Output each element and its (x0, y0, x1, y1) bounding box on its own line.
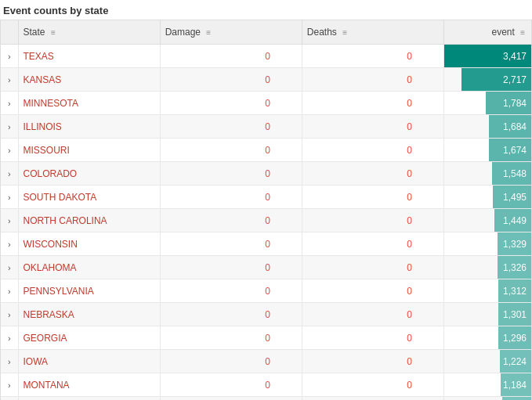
expand-cell[interactable]: › (1, 232, 18, 256)
table-row: › SOUTH DAKOTA 0 0 1,495 (1, 186, 531, 209)
table-row: › PENNSYLVANIA 0 0 1,312 (1, 279, 531, 303)
deaths-cell: 0 (302, 115, 443, 139)
expand-cell[interactable]: › (1, 350, 18, 373)
table-row: › NORTH CAROLINA 0 0 1,449 (1, 209, 531, 232)
event-cell: 2,717 (443, 68, 531, 92)
event-cell: 1,326 (443, 256, 531, 279)
event-cell: 1,495 (443, 186, 531, 209)
widget-title: Event counts by state (0, 0, 532, 20)
damage-cell: 0 (160, 232, 302, 256)
table-row: › OKLAHOMA 0 0 1,326 (1, 256, 531, 279)
event-cell: 1,224 (443, 350, 531, 373)
damage-cell: 0 (160, 186, 302, 209)
expand-cell[interactable]: › (1, 256, 18, 279)
damage-header[interactable]: Damage ≡ (160, 20, 302, 45)
deaths-cell: 0 (302, 68, 443, 92)
expand-cell[interactable]: › (1, 326, 18, 350)
table-row: › COLORADO 0 0 1,548 (1, 162, 531, 186)
damage-cell: 0 (160, 139, 302, 162)
event-cell: 1,449 (443, 209, 531, 232)
state-cell: MONTANA (18, 373, 160, 397)
deaths-header[interactable]: Deaths ≡ (302, 20, 443, 45)
event-cell: 1,329 (443, 232, 531, 256)
state-cell: ILLINOIS (18, 115, 160, 139)
state-cell: NEBRASKA (18, 303, 160, 326)
expand-cell[interactable]: › (1, 397, 18, 401)
expand-cell[interactable]: › (1, 279, 18, 303)
expand-header (1, 20, 18, 45)
expand-cell[interactable]: › (1, 209, 18, 232)
table-row: › MICHIGAN 0 0 1,119 (1, 397, 531, 401)
state-cell: PENNSYLVANIA (18, 279, 160, 303)
state-cell: OKLAHOMA (18, 256, 160, 279)
damage-sort-icon[interactable]: ≡ (206, 28, 211, 37)
table-row: › MINNESOTA 0 0 1,784 (1, 92, 531, 115)
state-header[interactable]: State ≡ (18, 20, 160, 45)
deaths-cell: 0 (302, 162, 443, 186)
damage-cell: 0 (160, 303, 302, 326)
deaths-cell: 0 (302, 209, 443, 232)
table-row: › GEORGIA 0 0 1,296 (1, 326, 531, 350)
deaths-cell: 0 (302, 186, 443, 209)
state-cell: MISSOURI (18, 139, 160, 162)
event-cell: 3,417 (443, 45, 531, 68)
damage-cell: 0 (160, 68, 302, 92)
event-cell: 1,684 (443, 115, 531, 139)
state-cell: COLORADO (18, 162, 160, 186)
damage-cell: 0 (160, 45, 302, 68)
expand-cell[interactable]: › (1, 45, 18, 68)
expand-cell[interactable]: › (1, 139, 18, 162)
state-cell: NORTH CAROLINA (18, 209, 160, 232)
state-sort-icon[interactable]: ≡ (51, 28, 56, 37)
expand-cell[interactable]: › (1, 115, 18, 139)
deaths-cell: 0 (302, 397, 443, 401)
table-container: State ≡ Damage ≡ Deaths ≡ event ≡ (0, 20, 532, 400)
event-cell: 1,119 (443, 397, 531, 401)
deaths-cell: 0 (302, 256, 443, 279)
event-cell: 1,784 (443, 92, 531, 115)
state-cell: TEXAS (18, 45, 160, 68)
damage-cell: 0 (160, 326, 302, 350)
damage-cell: 0 (160, 279, 302, 303)
expand-cell[interactable]: › (1, 303, 18, 326)
damage-cell: 0 (160, 92, 302, 115)
damage-cell: 0 (160, 256, 302, 279)
table-row: › TEXAS 0 0 3,417 (1, 45, 531, 68)
damage-cell: 0 (160, 162, 302, 186)
table-row: › IOWA 0 0 1,224 (1, 350, 531, 373)
deaths-cell: 0 (302, 232, 443, 256)
deaths-cell: 0 (302, 279, 443, 303)
deaths-cell: 0 (302, 45, 443, 68)
state-cell: IOWA (18, 350, 160, 373)
state-cell: GEORGIA (18, 326, 160, 350)
expand-cell[interactable]: › (1, 186, 18, 209)
deaths-cell: 0 (302, 350, 443, 373)
widget: Event counts by state State ≡ Damage ≡ D… (0, 0, 532, 400)
deaths-sort-icon[interactable]: ≡ (342, 28, 347, 37)
expand-cell[interactable]: › (1, 68, 18, 92)
state-cell: WISCONSIN (18, 232, 160, 256)
event-cell: 1,184 (443, 373, 531, 397)
expand-cell[interactable]: › (1, 92, 18, 115)
expand-cell[interactable]: › (1, 373, 18, 397)
event-header[interactable]: event ≡ (443, 20, 531, 45)
event-cell: 1,296 (443, 326, 531, 350)
state-cell: KANSAS (18, 68, 160, 92)
deaths-cell: 0 (302, 139, 443, 162)
table-row: › KANSAS 0 0 2,717 (1, 68, 531, 92)
damage-cell: 0 (160, 115, 302, 139)
deaths-cell: 0 (302, 326, 443, 350)
table-row: › ILLINOIS 0 0 1,684 (1, 115, 531, 139)
table-row: › MISSOURI 0 0 1,674 (1, 139, 531, 162)
event-sort-icon[interactable]: ≡ (520, 28, 525, 37)
event-cell: 1,301 (443, 303, 531, 326)
event-cell: 1,548 (443, 162, 531, 186)
expand-cell[interactable]: › (1, 162, 18, 186)
state-cell: MINNESOTA (18, 92, 160, 115)
event-cell: 1,312 (443, 279, 531, 303)
damage-cell: 0 (160, 350, 302, 373)
data-table: State ≡ Damage ≡ Deaths ≡ event ≡ (1, 20, 531, 400)
deaths-cell: 0 (302, 92, 443, 115)
table-row: › MONTANA 0 0 1,184 (1, 373, 531, 397)
state-cell: MICHIGAN (18, 397, 160, 401)
